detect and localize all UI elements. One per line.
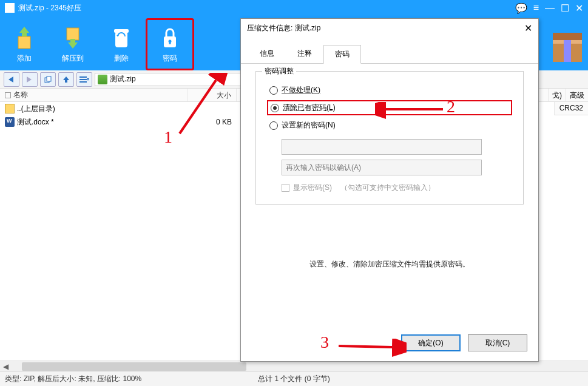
radio-icon [269,86,278,95]
docx-icon [5,117,15,127]
dialog-note: 设置、修改、清除加密压缩文件均需提供原密码。 [241,259,538,269]
radio-set[interactable]: 设置新的密码(N) [267,119,512,132]
close-icon[interactable]: ✕ [524,22,532,34]
lock-icon [158,25,182,50]
col-ext1[interactable]: 戈) [548,89,566,102]
svg-rect-10 [79,79,87,80]
radio-icon [269,121,278,130]
tab-comment[interactable]: 注释 [286,44,323,63]
svg-line-18 [339,346,392,347]
col-crc[interactable]: CRC32 [554,102,588,115]
svg-rect-1 [67,28,79,40]
show-password-checkbox[interactable]: 显示密码(S) （勾选可支持中文密码输入） [282,183,512,193]
radio-icon [271,104,279,112]
list-button[interactable]: ▾ [76,72,92,87]
group-legend: 密码调整 [262,66,296,76]
password-field[interactable] [282,139,482,155]
password-button[interactable]: 密码 [146,18,194,70]
annotation-3: 3 [320,333,329,352]
annotation-2: 2 [447,97,455,117]
annotation-arrow-3 [334,339,407,357]
svg-rect-14 [564,38,571,62]
back-button[interactable] [4,72,19,87]
cancel-button[interactable]: 取消(C) [468,334,527,351]
annotation-arrow-2 [375,102,448,120]
extract-button[interactable]: 解压到 [49,18,97,70]
col-name[interactable]: 名称 [0,89,188,101]
dialog-title: 压缩文件信息: 测试.zip [247,23,524,33]
svg-rect-0 [18,36,30,49]
minimize-icon[interactable]: — [545,2,555,14]
folder-icon [5,104,15,113]
add-button[interactable]: 添加 [0,18,49,70]
file-info-dialog: 压缩文件信息: 测试.zip ✕ 信息 注释 密码 密码调整 不做处理(K) 清… [240,18,539,362]
svg-rect-2 [115,32,127,47]
dialog-titlebar: 压缩文件信息: 测试.zip ✕ [241,19,538,37]
radio-none[interactable]: 不做处理(K) [267,84,512,96]
password-confirm-field[interactable] [282,160,482,175]
svg-rect-11 [79,81,87,83]
trash-icon [109,25,133,50]
svg-rect-15 [553,33,582,40]
status-left: 类型: ZIP, 解压后大小: 未知, 压缩比: 100% [5,374,141,384]
svg-rect-6 [169,41,171,44]
zip-icon [98,75,107,84]
chat-icon[interactable]: 💬 [515,2,527,14]
scroll-left-icon[interactable]: ◀ [0,361,11,372]
checkbox-icon [282,184,289,192]
ok-button[interactable]: 确定(O) [401,334,461,351]
window-title: 测试.zip - 2345好压 [18,3,515,13]
col-ext2[interactable]: 高级 [566,89,588,102]
add-icon [12,25,36,50]
close-app-icon[interactable]: ✕ [575,2,583,14]
menu-icon[interactable]: ≡ [533,2,539,14]
tab-info[interactable]: 信息 [248,44,286,63]
window-titlebar: 测试.zip - 2345好压 💬 ≡ — ☐ ✕ [0,0,588,16]
delete-button[interactable]: 删除 [97,18,146,70]
status-bar: 类型: ZIP, 解压后大小: 未知, 压缩比: 100% 总计 1 个文件 (… [0,371,588,386]
tab-password[interactable]: 密码 [323,45,361,64]
up-button[interactable] [58,72,74,87]
svg-line-16 [180,80,216,134]
app-icon [5,3,15,13]
address-text: 测试.zip [110,74,136,84]
archive-icon [549,29,586,66]
svg-rect-9 [79,76,87,78]
svg-rect-8 [47,76,51,81]
annotation-arrow-1 [174,73,240,140]
copy-button[interactable] [40,72,56,87]
tab-strip: 信息 注释 密码 [241,44,538,64]
annotation-1: 1 [164,127,172,147]
password-group: 密码调整 不做处理(K) 清除已有密码(L) 设置新的密码(N) 显示密码(S)… [255,71,524,205]
extract-icon [61,25,85,50]
horizontal-scrollbar[interactable]: ◀ [0,361,588,371]
forward-button[interactable] [22,72,38,87]
scroll-thumb[interactable] [22,362,246,371]
maximize-icon[interactable]: ☐ [561,2,569,14]
status-center: 总计 1 个文件 (0 字节) [258,374,330,384]
